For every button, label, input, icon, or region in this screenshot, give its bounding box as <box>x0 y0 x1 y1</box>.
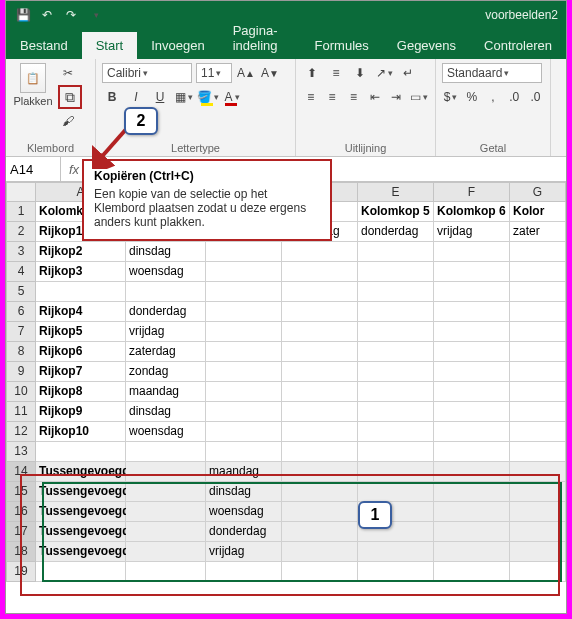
increase-decimal-icon[interactable]: .0 <box>506 87 523 107</box>
save-icon[interactable]: 💾 <box>14 6 32 24</box>
cell[interactable] <box>358 322 434 342</box>
grid-row[interactable]: 12Rijkop10woensdag <box>6 422 566 442</box>
cell[interactable]: Tussengevoegde rij3 <box>36 502 126 522</box>
bold-icon[interactable]: B <box>102 87 122 107</box>
grid-row[interactable]: 13 <box>6 442 566 462</box>
cell[interactable] <box>36 282 126 302</box>
cell[interactable] <box>510 342 566 362</box>
cell[interactable] <box>510 442 566 462</box>
cell[interactable] <box>510 362 566 382</box>
tab-start[interactable]: Start <box>82 32 137 59</box>
name-box[interactable]: A14 <box>6 157 61 181</box>
grid-row[interactable]: 11Rijkop9dinsdag <box>6 402 566 422</box>
cell[interactable]: donderdag <box>358 222 434 242</box>
tab-controleren[interactable]: Controleren <box>470 32 566 59</box>
align-bottom-icon[interactable]: ⬇ <box>350 63 370 83</box>
wrap-text-icon[interactable]: ↵ <box>398 63 418 83</box>
cell[interactable] <box>206 282 282 302</box>
align-top-icon[interactable]: ⬆ <box>302 63 322 83</box>
format-painter-icon[interactable]: 🖌 <box>58 111 78 131</box>
cell[interactable]: Tussengevoegde rij2 <box>36 482 126 502</box>
cell[interactable] <box>126 282 206 302</box>
cell[interactable]: Rijkop3 <box>36 262 126 282</box>
cell[interactable] <box>282 362 358 382</box>
align-right-icon[interactable]: ≡ <box>345 87 362 107</box>
grid-row[interactable]: 4Rijkop3woensdag <box>6 262 566 282</box>
grid-row[interactable]: 17Tussengevoegde rij4donderdag <box>6 522 566 542</box>
cell[interactable] <box>434 502 510 522</box>
cell[interactable]: Rijkop5 <box>36 322 126 342</box>
row-header[interactable]: 2 <box>6 222 36 242</box>
cell[interactable] <box>126 522 206 542</box>
cell[interactable] <box>510 462 566 482</box>
cell[interactable]: zaterdag <box>126 342 206 362</box>
cell[interactable] <box>36 442 126 462</box>
cell[interactable] <box>206 562 282 582</box>
cell[interactable]: dinsdag <box>126 242 206 262</box>
cell[interactable] <box>510 322 566 342</box>
cell[interactable] <box>206 402 282 422</box>
cell[interactable] <box>434 482 510 502</box>
cell[interactable] <box>282 422 358 442</box>
cell[interactable] <box>126 562 206 582</box>
align-center-icon[interactable]: ≡ <box>323 87 340 107</box>
cell[interactable]: vrijdag <box>206 542 282 562</box>
cell[interactable] <box>358 402 434 422</box>
fill-color-icon[interactable]: 🪣 <box>198 87 218 107</box>
row-header[interactable]: 13 <box>6 442 36 462</box>
cell[interactable]: Rijkop6 <box>36 342 126 362</box>
cell[interactable] <box>434 342 510 362</box>
cell[interactable] <box>206 302 282 322</box>
cell[interactable] <box>358 382 434 402</box>
cell[interactable] <box>434 542 510 562</box>
row-header[interactable]: 11 <box>6 402 36 422</box>
cell[interactable] <box>358 342 434 362</box>
font-size-combo[interactable]: 11 <box>196 63 232 83</box>
cell[interactable] <box>510 562 566 582</box>
row-header[interactable]: 4 <box>6 262 36 282</box>
cell[interactable] <box>282 322 358 342</box>
row-header[interactable]: 19 <box>6 562 36 582</box>
cell[interactable] <box>434 382 510 402</box>
cell[interactable] <box>358 462 434 482</box>
grid-row[interactable]: 3Rijkop2dinsdag <box>6 242 566 262</box>
font-color-icon[interactable]: A <box>222 87 242 107</box>
cell[interactable] <box>282 302 358 322</box>
row-header[interactable]: 17 <box>6 522 36 542</box>
cell[interactable]: dinsdag <box>126 402 206 422</box>
number-format-combo[interactable]: Standaard <box>442 63 542 83</box>
cell[interactable]: Tussengevoegde rij4 <box>36 522 126 542</box>
cell[interactable] <box>434 522 510 542</box>
grid-row[interactable]: 5 <box>6 282 566 302</box>
undo-icon[interactable]: ↶ <box>38 6 56 24</box>
cell[interactable]: woensdag <box>126 262 206 282</box>
cell[interactable]: Rijkop8 <box>36 382 126 402</box>
grid-row[interactable]: 16Tussengevoegde rij3woensdag <box>6 502 566 522</box>
col-header-G[interactable]: G <box>510 182 566 202</box>
cell[interactable]: zater <box>510 222 566 242</box>
cell[interactable]: woensdag <box>126 422 206 442</box>
cell[interactable] <box>282 502 358 522</box>
grid-row[interactable]: 18Tussengevoegde rij5vrijdag <box>6 542 566 562</box>
row-header[interactable]: 10 <box>6 382 36 402</box>
cell[interactable]: donderdag <box>206 522 282 542</box>
cell[interactable]: Rijkop7 <box>36 362 126 382</box>
cell[interactable] <box>206 322 282 342</box>
row-header[interactable]: 9 <box>6 362 36 382</box>
row-header[interactable]: 14 <box>6 462 36 482</box>
cell[interactable]: dinsdag <box>206 482 282 502</box>
cell[interactable] <box>510 542 566 562</box>
cell[interactable] <box>434 462 510 482</box>
cell[interactable] <box>126 442 206 462</box>
cell[interactable] <box>126 542 206 562</box>
cell[interactable] <box>358 422 434 442</box>
tab-gegevens[interactable]: Gegevens <box>383 32 470 59</box>
cell[interactable] <box>510 262 566 282</box>
redo-icon[interactable]: ↷ <box>62 6 80 24</box>
grid-row[interactable]: 8Rijkop6zaterdag <box>6 342 566 362</box>
grid-row[interactable]: 9Rijkop7zondag <box>6 362 566 382</box>
grid-row[interactable]: 10Rijkop8maandag <box>6 382 566 402</box>
cell[interactable] <box>282 342 358 362</box>
cut-icon[interactable]: ✂ <box>58 63 78 83</box>
cell[interactable]: Kolomkop 6 <box>434 202 510 222</box>
